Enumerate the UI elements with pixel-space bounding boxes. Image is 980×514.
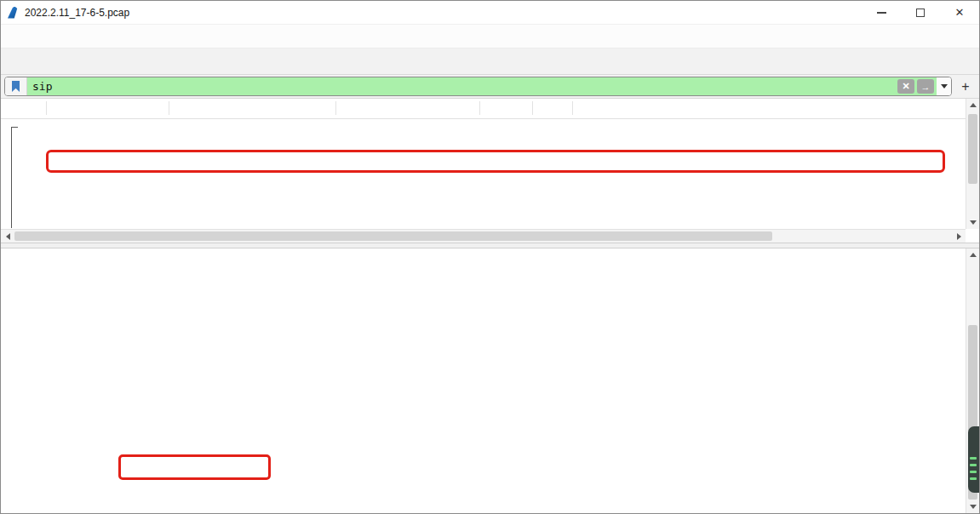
filter-add-button[interactable]: + xyxy=(957,79,974,94)
filter-history-dropdown[interactable] xyxy=(937,77,951,95)
wireshark-logo-icon xyxy=(8,7,20,19)
widget-stripe xyxy=(970,464,977,466)
minimize-icon xyxy=(877,12,886,14)
display-filter-input[interactable] xyxy=(27,79,897,94)
wireshark-window: 2022.2.11_17-6-5.pcap ✕ ✕ → + xyxy=(0,0,980,514)
column-separator[interactable] xyxy=(532,101,533,115)
filter-apply-button[interactable]: → xyxy=(917,79,934,94)
scrollbar-thumb[interactable] xyxy=(968,114,977,184)
triangle-up-icon xyxy=(970,253,977,257)
xml-tree xyxy=(1,248,966,513)
scroll-left-button[interactable] xyxy=(1,230,14,243)
column-separator[interactable] xyxy=(335,101,336,115)
close-button[interactable]: ✕ xyxy=(940,1,979,24)
filter-input-area: ✕ → xyxy=(27,77,937,95)
pane-splitter[interactable] xyxy=(1,243,979,248)
maximize-icon xyxy=(916,9,925,17)
bookmark-icon xyxy=(12,81,20,92)
floating-overlay-widget xyxy=(968,426,979,493)
related-packets-line xyxy=(11,127,12,228)
packet-list-header xyxy=(1,99,966,119)
triangle-down-icon xyxy=(970,220,977,225)
window-controls: ✕ xyxy=(862,1,979,24)
main-toolbar xyxy=(1,49,979,75)
column-separator[interactable] xyxy=(46,101,47,115)
packet-list xyxy=(1,99,979,243)
scroll-down-button[interactable] xyxy=(966,216,980,229)
display-filter-pill: ✕ → xyxy=(4,77,952,96)
packet-rows xyxy=(1,118,966,229)
triangle-up-icon xyxy=(970,103,977,107)
maximize-button[interactable] xyxy=(901,1,940,24)
filter-bookmark-button[interactable] xyxy=(5,77,27,95)
column-separator[interactable] xyxy=(572,101,573,115)
minimize-button[interactable] xyxy=(862,1,901,24)
packet-detail-pane xyxy=(1,248,966,513)
scrollbar-thumb[interactable] xyxy=(14,231,772,241)
widget-stripe xyxy=(970,471,977,473)
scroll-right-button[interactable] xyxy=(952,230,966,243)
widget-stripe xyxy=(970,477,977,480)
triangle-left-icon xyxy=(6,233,10,240)
close-icon: ✕ xyxy=(955,6,965,19)
scroll-down-button[interactable] xyxy=(966,500,980,513)
chevron-down-icon xyxy=(941,84,948,89)
packet-list-vertical-scrollbar[interactable] xyxy=(966,99,979,229)
menu-bar xyxy=(1,25,979,49)
title-bar: 2022.2.11_17-6-5.pcap ✕ xyxy=(1,1,979,25)
related-packets-line xyxy=(11,127,18,128)
filter-toolbar: ✕ → + xyxy=(1,75,979,99)
filter-clear-button[interactable]: ✕ xyxy=(897,79,914,94)
triangle-down-icon xyxy=(970,505,977,509)
column-separator[interactable] xyxy=(169,101,169,115)
window-title: 2022.2.11_17-6-5.pcap xyxy=(25,7,129,19)
scroll-up-button[interactable] xyxy=(966,99,980,111)
scroll-up-button[interactable] xyxy=(966,248,980,261)
column-separator[interactable] xyxy=(479,101,480,115)
triangle-right-icon xyxy=(957,233,961,240)
packet-list-horizontal-scrollbar[interactable] xyxy=(1,229,966,243)
widget-stripe xyxy=(970,457,977,460)
